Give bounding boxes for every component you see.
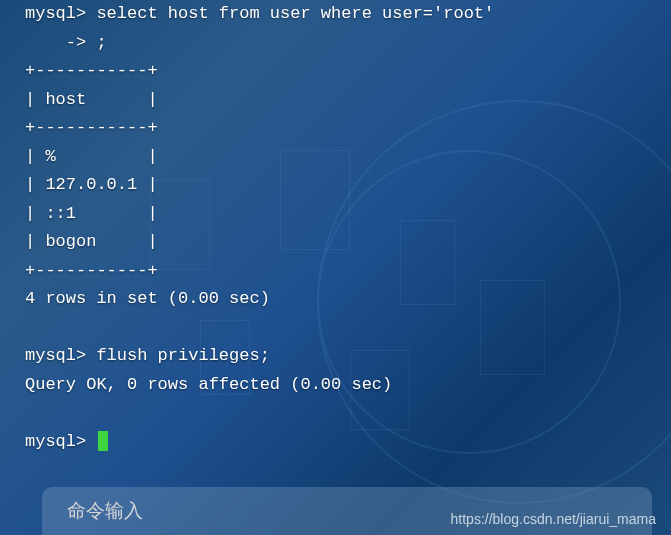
terminal-output: mysql> select host from user where user=…	[0, 0, 671, 456]
terminal-line: | host |	[25, 90, 158, 109]
terminal-line: +-----------+	[25, 61, 158, 80]
terminal-line: | % |	[25, 147, 158, 166]
terminal-line: 4 rows in set (0.00 sec)	[25, 289, 270, 308]
terminal-line: | bogon |	[25, 232, 158, 251]
terminal-line: +-----------+	[25, 261, 158, 280]
terminal-line: | 127.0.0.1 |	[25, 175, 158, 194]
terminal-line: +-----------+	[25, 118, 158, 137]
terminal-line: mysql> flush privileges;	[25, 346, 270, 365]
terminal-line: Query OK, 0 rows affected (0.00 sec)	[25, 375, 392, 394]
watermark-text: https://blog.csdn.net/jiarui_mama	[451, 511, 656, 527]
command-input-text: 命令输入	[67, 498, 143, 524]
terminal-prompt[interactable]: mysql>	[25, 432, 96, 451]
terminal-line: -> ;	[25, 33, 107, 52]
cursor-icon	[98, 431, 108, 451]
terminal-line: mysql> select host from user where user=…	[25, 4, 494, 23]
terminal-line: | ::1 |	[25, 204, 158, 223]
bottom-bar: 命令输入	[0, 483, 671, 535]
